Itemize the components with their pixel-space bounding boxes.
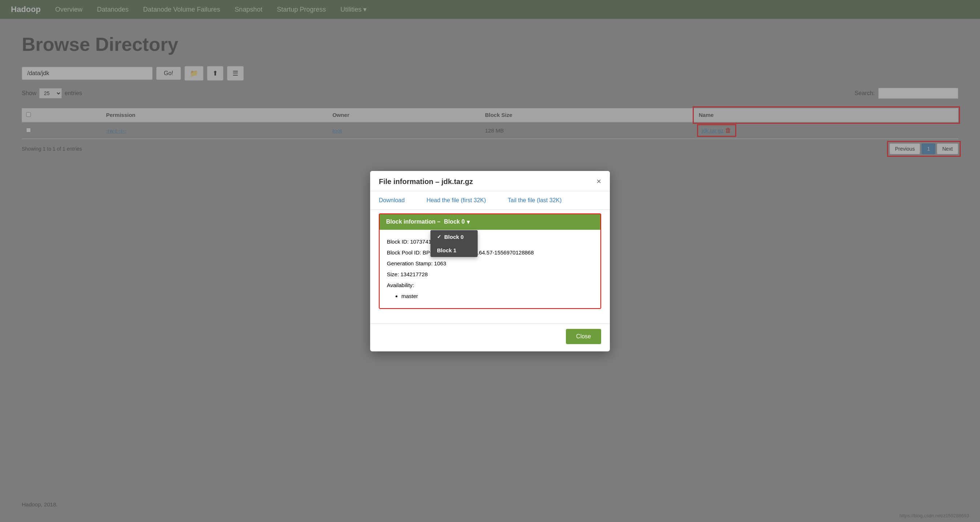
block-dropdown-menu: ✓ Block 0 Block 1	[430, 230, 478, 257]
tail-link[interactable]: Tail the file (last 32K)	[508, 197, 562, 204]
pool-id-row: Block Pool ID: BP-322919730-10.151.64.57…	[387, 247, 593, 258]
modal-header: File information – jdk.tar.gz ×	[370, 171, 610, 191]
head-link[interactable]: Head the file (first 32K)	[426, 197, 486, 204]
pool-id-label: Block Pool ID:	[387, 249, 421, 255]
generation-value: 1063	[434, 260, 446, 267]
modal-links: Download Head the file (first 32K) Tail …	[370, 191, 610, 210]
block-info-section: Block information – Block 0 ▾ ✓ Block 0 …	[379, 213, 601, 309]
block-1-label: Block 1	[437, 247, 456, 253]
download-link[interactable]: Download	[379, 197, 405, 204]
block-option-0[interactable]: ✓ Block 0	[430, 230, 478, 244]
block-id-row: Block ID: 1073741887	[387, 236, 593, 247]
modal-body: Block information – Block 0 ▾ ✓ Block 0 …	[370, 210, 610, 324]
modal-backdrop: File information – jdk.tar.gz × Download…	[0, 0, 980, 522]
modal: File information – jdk.tar.gz × Download…	[370, 171, 610, 351]
availability-row: Availability: master	[387, 280, 593, 301]
modal-title: File information – jdk.tar.gz	[379, 178, 473, 186]
block-option-1[interactable]: Block 1	[430, 244, 478, 257]
block-info-content: Block ID: 1073741887 Block Pool ID: BP-3…	[380, 230, 600, 308]
block-dropdown-button[interactable]: Block 0 ▾	[444, 219, 470, 225]
generation-label: Generation Stamp:	[387, 260, 433, 267]
modal-close-button[interactable]: ×	[597, 178, 601, 186]
size-label: Size:	[387, 271, 399, 277]
modal-close-btn[interactable]: Close	[566, 329, 601, 344]
block-0-label: Block 0	[444, 234, 463, 240]
selected-block-label: Block 0	[444, 219, 465, 225]
availability-list: master	[401, 291, 593, 301]
size-value: 134217728	[401, 271, 428, 277]
check-icon: ✓	[437, 234, 441, 240]
availability-label: Availability:	[387, 282, 414, 288]
availability-item-0: master	[401, 291, 593, 301]
block-info-header: Block information – Block 0 ▾ ✓ Block 0 …	[380, 214, 600, 230]
modal-footer: Close	[370, 324, 610, 351]
size-row: Size: 134217728	[387, 269, 593, 280]
generation-row: Generation Stamp: 1063	[387, 258, 593, 269]
block-id-label: Block ID:	[387, 238, 409, 245]
block-info-header-text: Block information –	[386, 219, 440, 225]
dropdown-chevron: ▾	[467, 219, 470, 225]
